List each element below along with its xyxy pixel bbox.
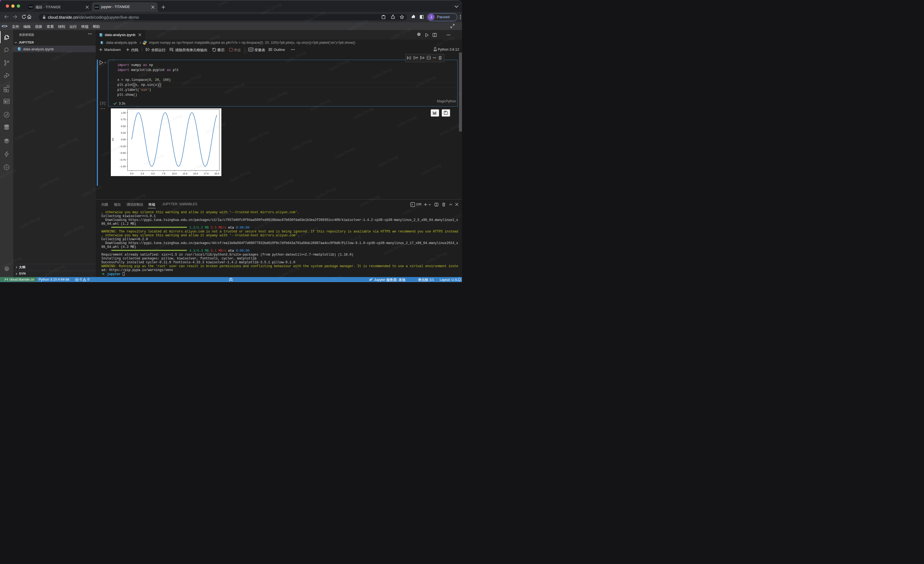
svg-text:0.0: 0.0	[130, 172, 134, 175]
svg-text:−0.25: −0.25	[119, 145, 126, 148]
svg-text:sin: sin	[111, 138, 114, 141]
svg-text:1.00: 1.00	[121, 111, 126, 114]
svg-text:0.25: 0.25	[121, 131, 126, 134]
svg-text:−0.75: −0.75	[119, 158, 126, 161]
svg-text:10.0: 10.0	[172, 172, 177, 175]
svg-text:5.0: 5.0	[151, 172, 155, 175]
svg-text:7.5: 7.5	[162, 172, 165, 175]
svg-text:0.75: 0.75	[121, 118, 126, 121]
svg-text:17.5: 17.5	[204, 172, 209, 175]
svg-text:12.5: 12.5	[183, 172, 188, 175]
svg-text:−1.00: −1.00	[119, 165, 126, 168]
svg-text:0.00: 0.00	[121, 138, 126, 141]
svg-text:−0.50: −0.50	[119, 152, 126, 154]
svg-text:20.0: 20.0	[214, 172, 219, 175]
svg-text:15.0: 15.0	[193, 172, 198, 175]
svg-text:0.50: 0.50	[121, 125, 126, 128]
svg-text:2.5: 2.5	[141, 172, 144, 175]
